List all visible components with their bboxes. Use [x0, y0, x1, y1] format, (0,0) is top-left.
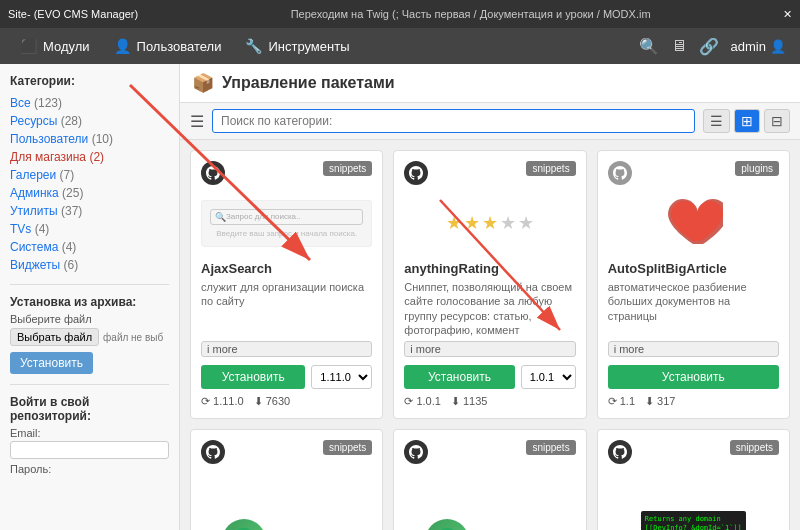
view-toggle: ☰ ⊞ ⊟ — [703, 109, 790, 133]
card-image-area: 🔍 Запрос для поиска.. Введите ваш запрос… — [201, 193, 372, 253]
main-panel: 📦 Управление пакетами ☰ ☰ ⊞ ⊟ — [180, 64, 800, 530]
stat-version: ⟳ 1.11.0 — [201, 395, 244, 408]
sidebar-item-resources[interactable]: Ресурсы (28) — [10, 112, 169, 130]
file-label: Выберите файл — [10, 313, 169, 325]
modules-icon: ⬛ — [20, 38, 37, 54]
sidebar-item-galleries[interactable]: Галереи (7) — [10, 166, 169, 184]
nav-modules-label: Модули — [43, 39, 90, 54]
card-stats: ⟳ 1.11.0 ⬇ 7630 — [201, 395, 372, 408]
card-desc: автоматическое разбиение больших докумен… — [608, 280, 779, 337]
star-5: ★ — [518, 212, 534, 234]
file-choose-area: Выбрать файл файл не выб — [10, 328, 169, 346]
categories-list: Все (123) Ресурсы (28) Пользователи (10)… — [10, 94, 169, 274]
page-header: 📦 Управление пакетами — [180, 64, 800, 103]
install-button[interactable]: Установить — [10, 352, 93, 374]
nav-users[interactable]: 👤 Пользователи — [102, 32, 234, 60]
large-grid-button[interactable]: ⊟ — [764, 109, 790, 133]
nav-tools-label: Инструменты — [268, 39, 349, 54]
nav-bar: ⬛ Модули 👤 Пользователи 🔧 Инструменты 🔍 … — [0, 28, 800, 64]
nav-users-label: Пользователи — [137, 39, 222, 54]
star-3: ★ — [482, 212, 498, 234]
install-section: Установка из архива: Выберите файл Выбра… — [10, 295, 169, 374]
card-header: snippets — [404, 440, 575, 464]
search-input[interactable] — [212, 109, 695, 133]
more-button[interactable]: i more — [404, 341, 575, 357]
stat-version: ⟳ 1.0.1 — [404, 395, 441, 408]
content-area: Категории: Все (123) Ресурсы (28) Пользо… — [0, 64, 800, 530]
list-view-button[interactable]: ☰ — [703, 109, 730, 133]
code-block: Returns any domain [[DevInfo? &domId=`1`… — [641, 511, 746, 530]
package-card-evo2: snippets EVOLUTION ●extr — [393, 429, 586, 530]
users-icon: 👤 — [114, 38, 131, 54]
card-image-area: ★ ★ ★ ★ ★ — [404, 193, 575, 253]
card-header: snippets — [608, 440, 779, 464]
github-icon — [608, 161, 632, 185]
window-center-text: Переходим на Twig (; Часть первая / Доку… — [158, 8, 783, 20]
install-package-button[interactable]: Установить — [608, 365, 779, 389]
sidebar-divider-2 — [10, 384, 169, 385]
search-box: 🔍 Запрос для поиска.. — [210, 209, 363, 225]
version-select[interactable]: 1.0.1 — [521, 365, 576, 389]
sidebar-item-all[interactable]: Все (123) — [10, 94, 169, 112]
package-card-code: snippets Returns any domain [[DevInfo? &… — [597, 429, 790, 530]
card-badge: snippets — [730, 440, 779, 455]
more-button[interactable]: i more — [201, 341, 372, 357]
sidebar: Категории: Все (123) Ресурсы (28) Пользо… — [0, 64, 180, 530]
sidebar-item-utilities[interactable]: Утилиты (37) — [10, 202, 169, 220]
sidebar-item-widgets[interactable]: Виджеты (6) — [10, 256, 169, 274]
password-label: Пароль: — [10, 463, 169, 475]
more-button[interactable]: i more — [608, 341, 779, 357]
sidebar-item-tvs[interactable]: TVs (4) — [10, 220, 169, 238]
sidebar-item-system[interactable]: Система (4) — [10, 238, 169, 256]
card-badge: snippets — [323, 440, 372, 455]
card-badge: plugins — [735, 161, 779, 176]
nav-tools[interactable]: 🔧 Инструменты — [233, 32, 361, 60]
evo-circle — [222, 519, 266, 530]
packages-container: snippets 🔍 Запрос для поиска.. Введите в… — [180, 140, 800, 530]
github-icon — [201, 161, 225, 185]
toolbar: ☰ ☰ ⊞ ⊟ — [180, 103, 800, 140]
card-image-area: EVOLUTION ●extra — [404, 472, 575, 530]
top-bar: Site- (EVO CMS Manager) Переходим на Twi… — [0, 0, 800, 28]
github-icon — [608, 440, 632, 464]
nav-monitor-icon[interactable]: 🖥 — [665, 31, 693, 61]
window-close[interactable]: ✕ — [783, 8, 792, 21]
email-input[interactable] — [10, 441, 169, 459]
sidebar-item-admin[interactable]: Админка (25) — [10, 184, 169, 202]
nav-search-icon[interactable]: 🔍 — [633, 31, 665, 62]
package-icon: 📦 — [192, 72, 214, 94]
menu-icon[interactable]: ☰ — [190, 112, 204, 131]
page-title: Управление пакетами — [222, 74, 395, 92]
sidebar-item-users[interactable]: Пользователи (10) — [10, 130, 169, 148]
nav-modules[interactable]: ⬛ Модули — [8, 32, 102, 60]
version-select[interactable]: 1.11.0 — [311, 365, 372, 389]
choose-file-button[interactable]: Выбрать файл — [10, 328, 99, 346]
install-package-button[interactable]: Установить — [404, 365, 514, 389]
repo-title: Войти в свой репозиторий: — [10, 395, 169, 423]
card-actions: Установить 1.11.0 — [201, 365, 372, 389]
card-desc: служит для организации поиска по сайту — [201, 280, 372, 337]
package-card-ajaxsearch: snippets 🔍 Запрос для поиска.. Введите в… — [190, 150, 383, 419]
card-header: plugins — [608, 161, 779, 185]
sidebar-item-shop[interactable]: Для магазина (2) — [10, 148, 169, 166]
card-badge: snippets — [323, 161, 372, 176]
card-badge: snippets — [526, 440, 575, 455]
card-stats: ⟳ 1.1 ⬇ 317 — [608, 395, 779, 408]
card-image-area: Returns any domain [[DevInfo? &domId=`1`… — [608, 472, 779, 530]
nav-admin-label: admin — [731, 39, 766, 54]
nav-share-icon[interactable]: 🔗 — [693, 31, 725, 62]
card-actions: Установить 1.0.1 — [404, 365, 575, 389]
install-package-button[interactable]: Установить — [201, 365, 305, 389]
heart-svg — [663, 196, 723, 251]
window-title: Site- (EVO CMS Manager) — [8, 8, 138, 20]
card-actions: Установить — [608, 365, 779, 389]
card-header: snippets — [201, 440, 372, 464]
grid-view-button[interactable]: ⊞ — [734, 109, 760, 133]
nav-user[interactable]: admin 👤 — [725, 33, 792, 60]
star-4: ★ — [500, 212, 516, 234]
card-title: AutoSplitBigArticle — [608, 261, 779, 276]
github-icon — [404, 161, 428, 185]
card-header: snippets — [201, 161, 372, 185]
packages-grid: snippets 🔍 Запрос для поиска.. Введите в… — [190, 150, 790, 530]
evo-logo-2: EVOLUTION ●extra — [425, 519, 555, 530]
